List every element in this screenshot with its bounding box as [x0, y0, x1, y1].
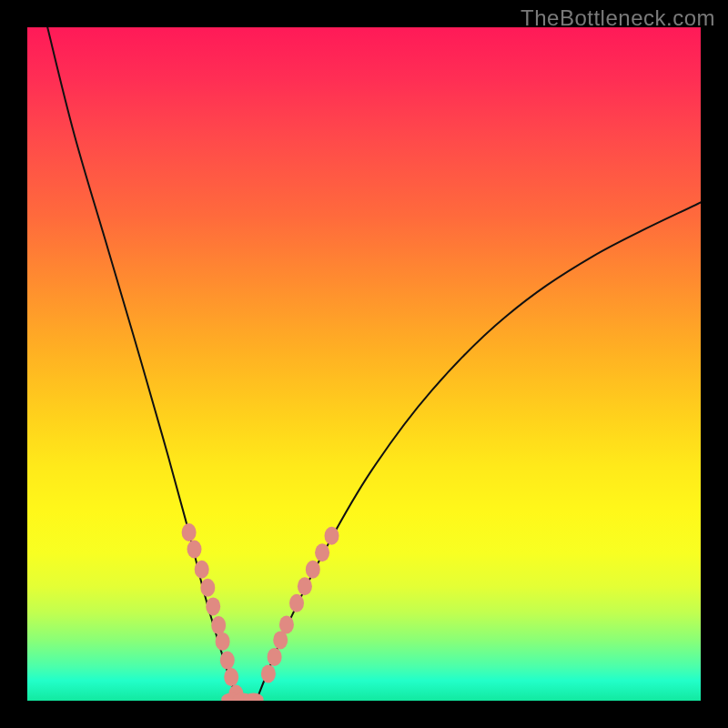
- data-marker: [261, 664, 276, 682]
- data-marker: [273, 631, 288, 649]
- data-marker: [216, 632, 230, 651]
- data-marker: [211, 616, 226, 634]
- data-marker: [206, 597, 220, 615]
- right-curve: [257, 202, 701, 701]
- data-marker: [315, 543, 329, 561]
- watermark-text: TheBottleneck.com: [521, 5, 715, 31]
- data-marker: [224, 668, 238, 686]
- data-marker: [306, 561, 320, 579]
- data-marker: [195, 561, 209, 579]
- data-marker: [325, 527, 339, 545]
- curves-layer: [27, 27, 701, 701]
- data-marker: [279, 615, 294, 633]
- plot-area: [27, 27, 701, 701]
- marker-nodes: [182, 523, 339, 701]
- data-marker: [200, 579, 215, 597]
- data-marker: [220, 652, 235, 670]
- data-marker: [268, 648, 282, 666]
- data-marker: [182, 523, 197, 541]
- data-marker: [298, 577, 312, 595]
- chart-frame: TheBottleneck.com: [0, 0, 728, 728]
- left-curve: [47, 27, 236, 701]
- data-marker: [289, 594, 304, 612]
- data-marker: [187, 541, 202, 559]
